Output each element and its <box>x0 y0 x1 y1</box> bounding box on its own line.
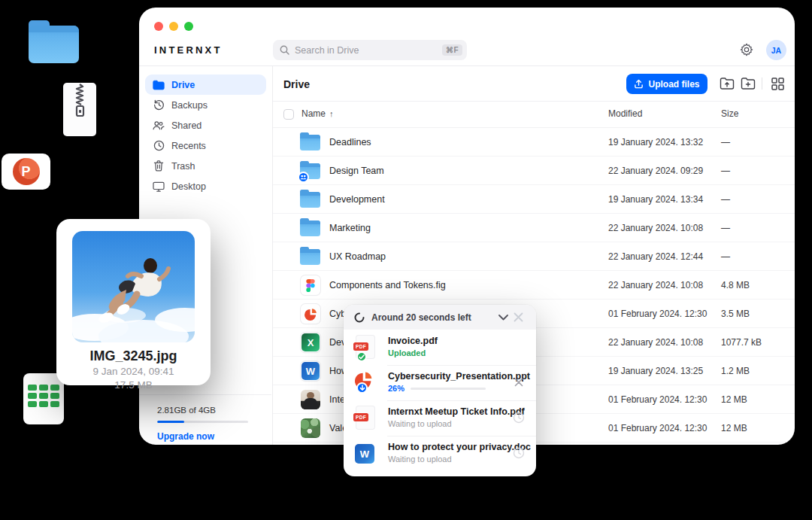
table-row[interactable]: X W UX Roadmap 22 January 2024. 12:44 — <box>273 242 795 271</box>
column-header-name[interactable]: Name↑ <box>301 108 334 119</box>
folder-icon <box>300 220 320 236</box>
file-name: UX Roadmap <box>329 251 386 262</box>
file-size: 1.2 MB <box>721 366 750 376</box>
upload-item-icon: PDF W <box>355 406 377 430</box>
close-window-button[interactable] <box>154 22 163 31</box>
user-avatar[interactable]: JA <box>766 40 786 60</box>
window-controls[interactable] <box>154 22 193 31</box>
jumping-person-photo <box>72 231 195 342</box>
upload-items-list: PDF W Invoice.pdf Uploaded <box>344 330 536 471</box>
waiting-clock-icon <box>512 411 526 424</box>
column-header-modified[interactable]: Modified <box>608 108 642 119</box>
waiting-clock-icon <box>512 446 526 460</box>
cancel-upload-button[interactable] <box>512 376 526 389</box>
sidebar-item-label: Desktop <box>171 181 206 192</box>
word-file-icon: W <box>301 361 320 381</box>
file-modified-date: 01 February 2024. 12:30 <box>608 309 707 319</box>
storage-section: 2.81GB of 4GB Upgrade now <box>139 394 271 442</box>
upgrade-link[interactable]: Upgrade now <box>157 431 253 442</box>
table-row[interactable]: X W Design Team 22 January 2024. 09:29 — <box>273 157 795 185</box>
upload-item-icon: PDF W <box>355 442 377 466</box>
file-size: — <box>721 223 730 233</box>
zipper-icon <box>72 83 87 132</box>
settings-gear-icon[interactable] <box>740 43 753 56</box>
select-all-checkbox[interactable] <box>283 109 294 120</box>
minimize-window-button[interactable] <box>169 22 178 31</box>
zoom-window-button[interactable] <box>184 22 193 31</box>
table-row[interactable]: X W Marketing 22 January 2024. 10:08 — <box>273 214 795 242</box>
column-header-size[interactable]: Size <box>721 108 738 119</box>
upload-item-name: Internxt Meetup Ticket Info.pdf <box>388 406 525 417</box>
file-name: Design Team <box>329 166 384 176</box>
storage-progress-fill <box>157 421 184 423</box>
file-size: 4.8 MB <box>721 280 750 290</box>
upload-files-button[interactable]: Upload files <box>626 74 707 94</box>
shared-folder-badge <box>298 172 309 183</box>
row-type-icon: X W <box>300 246 321 267</box>
upload-item-icon: PDF W <box>355 371 377 395</box>
table-row[interactable]: X W Development 19 January 2024. 13:34 — <box>273 185 795 214</box>
upload-folder-button[interactable] <box>719 75 735 92</box>
sidebar-item[interactable]: Backups <box>145 95 266 115</box>
desktop-zip-file-icon[interactable] <box>63 83 96 136</box>
sidebar-item[interactable]: Desktop <box>145 176 266 196</box>
sidebar-item-label: Shared <box>171 120 201 131</box>
upload-item[interactable]: PDF W Invoice.pdf Uploaded <box>344 330 536 365</box>
upload-item-name: Cybersecurity_Presentation.ppt <box>388 371 530 382</box>
desktop-powerpoint-icon[interactable]: P <box>2 154 50 190</box>
row-type-icon: X W <box>300 418 321 439</box>
close-icon <box>514 312 523 322</box>
upload-item[interactable]: PDF W Cybersecurity_Presentation.ppt <box>344 365 536 400</box>
search-icon <box>280 45 289 55</box>
upload-progress-panel: Around 20 seconds left PDF <box>344 305 536 476</box>
upload-item-name: Invoice.pdf <box>388 336 438 346</box>
new-folder-button[interactable] <box>740 75 756 92</box>
file-size: 3.5 MB <box>721 309 750 319</box>
excel-file-icon: X <box>301 333 320 352</box>
uploading-arrow-badge <box>356 382 368 394</box>
chevron-down-icon <box>498 315 508 321</box>
file-size: — <box>721 166 730 176</box>
image-filename: IMG_3245.jpg <box>56 348 211 364</box>
search-input[interactable]: Search in Drive ⌘F <box>273 40 467 60</box>
sidebar-item-label: Recents <box>171 141 206 151</box>
image-size: 17.5 MB <box>56 379 211 391</box>
folder-icon <box>300 249 320 265</box>
table-row[interactable]: X W Deadlines 19 January 2024. 13:32 — <box>273 128 795 157</box>
photo-thumbnail <box>301 390 320 409</box>
image-date: 9 Jan 2024, 09:41 <box>56 366 211 377</box>
collapse-panel-button[interactable] <box>495 310 511 325</box>
table-row[interactable]: X W Components and Tokens.fig 22 January… <box>273 271 795 300</box>
desktop-folder-icon[interactable] <box>29 20 79 63</box>
folder-body <box>29 26 79 63</box>
uploaded-check-icon <box>356 351 367 362</box>
row-type-icon: X W <box>300 389 321 410</box>
upload-icon <box>634 79 644 89</box>
grid-view-toggle[interactable] <box>769 75 786 92</box>
file-modified-date: 22 January 2024. 12:44 <box>608 251 703 262</box>
file-name: Marketing <box>329 223 371 233</box>
sidebar-item[interactable]: Shared <box>145 115 266 135</box>
pdf-file-icon: PDF <box>356 406 374 429</box>
sidebar-item[interactable]: Trash <box>145 156 266 176</box>
sidebar-item-icon <box>153 120 165 132</box>
file-name: Inte <box>329 394 345 405</box>
sidebar-item[interactable]: Drive <box>145 75 266 95</box>
file-name: Deadlines <box>329 137 371 147</box>
row-type-icon: X W <box>300 217 321 239</box>
image-preview-card[interactable]: IMG_3245.jpg 9 Jan 2024, 09:41 17.5 MB <box>56 219 211 385</box>
sidebar-item-label: Backups <box>171 100 208 111</box>
sidebar-item-icon <box>153 79 165 91</box>
close-panel-button[interactable] <box>511 310 526 325</box>
upload-time-remaining: Around 20 seconds left <box>371 312 495 323</box>
upload-item[interactable]: PDF W Internxt Meetup Ticket Info.pdf <box>344 400 536 436</box>
file-size: 12 MB <box>721 394 747 405</box>
sidebar-item[interactable]: Recents <box>145 135 266 156</box>
sidebar-item-icon <box>153 99 165 111</box>
photo-thumbnail <box>301 418 320 438</box>
upload-item-status: Uploaded <box>388 348 426 357</box>
file-modified-date: 19 January 2024. 13:32 <box>608 137 703 147</box>
file-modified-date: 22 January 2024. 10:08 <box>608 337 703 348</box>
upload-item[interactable]: PDF W How to protect your privacy.doc <box>344 436 536 471</box>
internxt-logo: INTERNXT <box>154 44 223 56</box>
